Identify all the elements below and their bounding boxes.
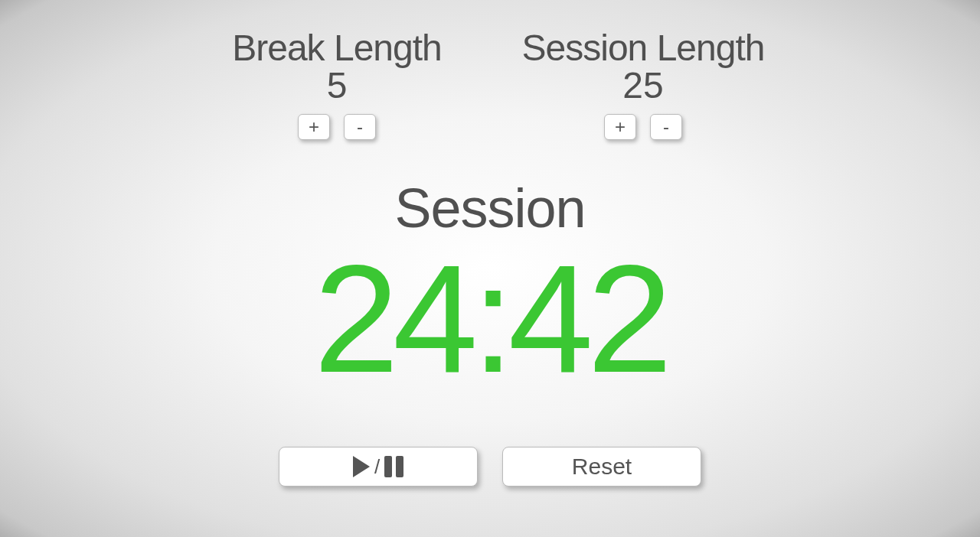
- control-buttons: / Reset: [279, 447, 701, 487]
- timer-label: Session: [394, 177, 585, 239]
- pause-icon: [384, 456, 403, 477]
- session-increment-button[interactable]: +: [604, 114, 636, 140]
- break-decrement-button[interactable]: -: [344, 114, 376, 140]
- length-controls: Break Length 5 + - Session Length 25 + -: [199, 27, 781, 140]
- break-length-block: Break Length 5 + -: [199, 27, 475, 140]
- time-left: 24:42: [237, 246, 743, 424]
- start-stop-button[interactable]: /: [279, 447, 478, 487]
- session-length-block: Session Length 25 + -: [505, 27, 781, 140]
- play-pause-separator: /: [374, 455, 380, 479]
- session-length-label: Session Length: [505, 27, 781, 69]
- session-length-value: 25: [505, 64, 781, 106]
- session-decrement-button[interactable]: -: [650, 114, 682, 140]
- break-length-value: 5: [199, 64, 475, 106]
- break-increment-button[interactable]: +: [298, 114, 330, 140]
- reset-button[interactable]: Reset: [502, 447, 701, 487]
- play-icon: [353, 456, 370, 477]
- time-left-text: 24:42: [314, 246, 667, 399]
- break-buttons: + -: [199, 114, 475, 140]
- time-left-svg: 24:42: [237, 246, 743, 399]
- session-buttons: + -: [505, 114, 781, 140]
- break-length-label: Break Length: [199, 27, 475, 69]
